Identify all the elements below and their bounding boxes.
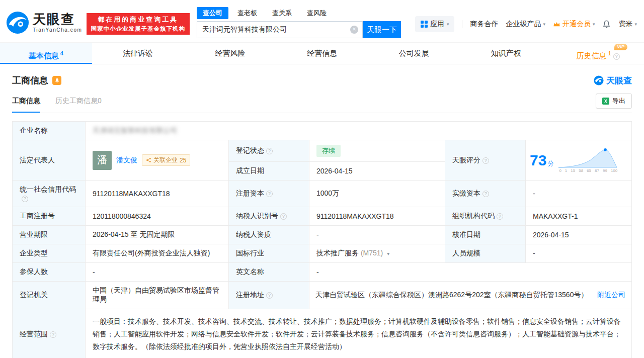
insured-count-value: - [86,263,229,282]
related-label: 关联企业 [153,156,178,164]
score-distribution-chart: 01 1558 6587 99100 [557,147,619,173]
tab-legal-litigation[interactable]: 法律诉讼 [92,43,184,64]
table-row: 营业期限 2026-04-15 至 无固定期限 纳税人资质 - 核准日期 202… [13,226,632,244]
tab-label: 历史信息 [577,51,607,60]
chevron-down-icon: ▾ [543,22,545,27]
credit-code-value: 91120118MAKAXXGT18 [86,181,229,207]
help-icon[interactable] [266,292,273,299]
business-scope-value: 一般项目：技术服务、技术开发、技术咨询、技术交流、技术转让、技术推广；数据处理服… [86,309,632,358]
avatar[interactable]: 潘 [93,151,112,170]
tab-label: 基本信息 [29,51,59,60]
approval-date-value: 2026-04-15 [526,226,632,244]
divider [462,20,462,28]
address-text: 天津自贸试验区（东疆综合保税区）澳洲路6262号202室（东疆商秘自贸托管135… [315,291,592,300]
insured-count-label: 参保人数 [13,263,86,282]
paid-capital-label: 实缴资本 [445,181,526,207]
industry-code: (M751) [361,249,383,257]
help-icon[interactable] [22,196,28,202]
tab-count: 4 [60,50,63,56]
help-icon[interactable] [482,191,489,197]
business-cooperation-link[interactable]: 商务合作 [470,20,498,29]
tab-label: 法律诉讼 [123,49,153,57]
tab-count: 1 [608,50,611,56]
search-tab-risk[interactable]: 查风险 [301,7,333,19]
org-code-value: MAKAXXGT-1 [526,207,632,226]
business-info-table: 企业名称 天津词元智算科技有限公司 法定代表人 潘 潘文俊 关联企业 25 [12,121,632,358]
search-tab-relation[interactable]: 查关系 [266,7,298,19]
search-tab-boss[interactable]: 查老板 [231,7,263,19]
help-icon[interactable] [497,213,503,220]
company-name-value: 天津词元智算科技有限公司 [86,122,632,140]
legal-rep-cell: 潘 潘文俊 关联企业 25 [86,140,229,181]
vip-badge: VIP [614,44,628,50]
english-name-label: 英文名称 [229,263,309,282]
tianyancha-watermark: 天眼查 [594,75,632,86]
search-tab-company[interactable]: 查公司 [197,7,228,19]
help-icon[interactable] [482,157,489,164]
tab-history-info[interactable]: VIP 历史信息1 [552,43,644,64]
open-vip-menu[interactable]: 开通会员 ▾ [553,20,595,29]
help-icon[interactable] [266,148,273,154]
related-companies-badge[interactable]: 关联企业 25 [142,154,190,166]
related-count: 25 [180,157,186,164]
enterprise-products-menu[interactable]: 企业级产品 ▾ [506,20,545,29]
chevron-down-icon: ▾ [447,22,449,27]
help-icon[interactable] [266,191,273,197]
promo-line1: 都在用的商业查询工具 [91,15,186,24]
help-icon[interactable] [50,331,56,338]
legal-representative-link[interactable]: 潘文俊 [116,156,137,165]
reg-number-label: 工商注册号 [13,207,86,226]
chevron-down-icon: ▾ [634,22,637,27]
clear-search-icon[interactable]: × [350,26,358,34]
search-input[interactable] [197,21,363,38]
table-row: 参保人数 - 英文名称 - [13,263,632,282]
tab-company-development[interactable]: 公司发展 [368,43,460,64]
link-graph-icon [146,157,151,163]
help-icon[interactable] [613,53,620,60]
tab-label: 经营信息 [307,49,337,57]
search-button[interactable]: 天眼一下 [363,21,401,38]
tab-operation-info[interactable]: 经营信息 [276,43,368,64]
credit-code-label: 统一社会信用代码 [13,181,86,207]
brand-domain: TianYanCha.com [33,27,83,33]
open-vip-label: 开通会员 [562,20,591,29]
subtab-history-business-info[interactable]: 历史工商信息0 [55,97,102,113]
reg-status-value: 存续 [309,140,445,162]
reg-capital-label: 注册资本 [229,181,309,207]
nearby-companies-link[interactable]: 附近公司 [597,291,625,300]
reg-status-label: 登记状态 [229,140,309,162]
enterprise-products-label: 企业级产品 [506,20,541,29]
notifications-bell[interactable] [602,20,611,29]
company-nav-tabs: 基本信息4 法律诉讼 经营风险 经营信息 公司发展 知识产权 VIP 历史信息1 [0,42,644,64]
export-button[interactable]: 导出 [596,94,632,109]
help-icon[interactable] [280,213,287,220]
user-menu[interactable]: 费米 ▾ [618,20,637,29]
tianyancha-logo[interactable]: 天眼查 TianYanCha.com [6,11,83,34]
tianyan-score-cell[interactable]: 73分 01 1558 6587 99100 [526,140,632,181]
establish-date-value: 2026-04-15 [309,162,445,181]
subscribe-bell-icon[interactable] [52,76,61,85]
brand-name: 天眼查 [33,13,83,26]
paid-capital-value: - [526,181,632,207]
staff-size-value: - [526,244,632,263]
tab-basic-info[interactable]: 基本信息4 [0,43,92,64]
score-value: 73 [530,152,546,168]
search-block: 查公司 查老板 查关系 查风险 × 天眼一下 [197,7,401,38]
score-unit: 分 [547,160,553,167]
chevron-down-icon: ▾ [593,22,595,27]
subtab-business-info[interactable]: 工商信息 [12,97,40,113]
reg-authority-value: 中国（天津）自由贸易试验区市场监督管理局 [86,282,229,309]
reg-address-label: 注册地址 [229,282,309,309]
chevron-down-icon[interactable]: ▾ [387,251,389,256]
reg-number-value: 120118000846324 [86,207,229,226]
industry-value: 技术推广服务 (M751) ▾ [309,244,445,263]
industry-label: 国标行业 [229,244,309,263]
tab-intellectual-property[interactable]: 知识产权 [460,43,552,64]
reg-capital-value: 1000万 [309,181,445,207]
promo-line2: 国家中小企业发展子基金旗下机构 [91,25,186,33]
status-badge: 存续 [316,145,341,157]
crown-icon [553,21,560,27]
watermark-label: 天眼查 [606,75,632,86]
apps-menu[interactable]: 应用 ▾ [415,16,455,32]
tab-operation-risk[interactable]: 经营风险 [184,43,276,64]
